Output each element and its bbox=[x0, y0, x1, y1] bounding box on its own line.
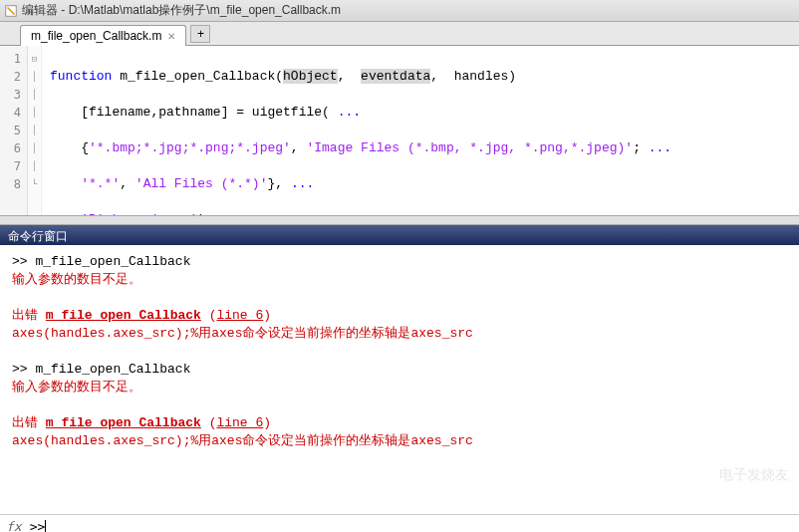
command-title-text: 命令行窗口 bbox=[8, 229, 68, 243]
line-number: 2 bbox=[0, 68, 21, 86]
line-gutter: 1 2 3 4 5 6 7 8 bbox=[0, 46, 28, 215]
error-function-link[interactable]: m_file_open_Callback bbox=[46, 308, 201, 323]
command-window-title: 命令行窗口 bbox=[0, 225, 799, 245]
prompt: >> bbox=[30, 519, 46, 532]
line-number: 3 bbox=[0, 86, 21, 104]
code-text: , bbox=[291, 140, 307, 155]
string: 'All Files (*.*)' bbox=[135, 176, 268, 191]
line-number: 4 bbox=[0, 104, 21, 122]
error-line-link[interactable]: line 6 bbox=[216, 308, 263, 323]
error-code: axes(handles.axes_src);%用axes命令设定当前操作的坐标… bbox=[12, 432, 787, 450]
window-title: 编辑器 - D:\Matlab\matlab操作例子\m_file_open_C… bbox=[22, 2, 341, 19]
string: 'Image Files (*.bmp, *.jpg, *.png,*.jpeg… bbox=[306, 140, 633, 155]
line-number: 1 bbox=[0, 50, 21, 68]
code-editor[interactable]: 1 2 3 4 5 6 7 8 ⊟ ││││││└ function m_fil… bbox=[0, 46, 799, 215]
code-text: { bbox=[50, 140, 89, 155]
prompt: >> bbox=[12, 254, 35, 269]
command-window[interactable]: >> m_file_open_Callback 输入参数的数目不足。 出错 m_… bbox=[0, 245, 799, 514]
prompt-bar[interactable]: fx >> bbox=[0, 514, 799, 532]
close-icon[interactable]: ✕ bbox=[167, 31, 175, 42]
string: '*.*' bbox=[81, 176, 120, 191]
title-bar: 编辑器 - D:\Matlab\matlab操作例子\m_file_open_C… bbox=[0, 0, 799, 22]
continuation: ... bbox=[338, 105, 361, 120]
error-text: 输入参数的数目不足。 bbox=[12, 379, 787, 397]
error-text: ) bbox=[263, 415, 271, 430]
error-text: 输入参数的数目不足。 bbox=[12, 271, 787, 289]
tab-label: m_file_open_Callback.m bbox=[31, 29, 161, 43]
code-text: [filename,pathname] = uigetfile( bbox=[50, 105, 338, 120]
error-text: ( bbox=[201, 415, 217, 430]
keyword: function bbox=[50, 69, 112, 84]
cmd-input: m_file_open_Callback bbox=[35, 362, 190, 377]
error-line-link[interactable]: line 6 bbox=[216, 415, 263, 430]
code-text: ; bbox=[633, 140, 641, 155]
cmd-input: m_file_open_Callback bbox=[35, 254, 190, 269]
tab-active[interactable]: m_file_open_Callback.m ✕ bbox=[20, 25, 186, 46]
code-arg: hObject bbox=[283, 69, 338, 84]
code-arg: eventdata bbox=[361, 69, 430, 84]
watermark: 电子发烧友 bbox=[719, 466, 789, 484]
error-text: ( bbox=[201, 308, 217, 323]
string: 'Pick an image' bbox=[81, 212, 197, 215]
error-text: ) bbox=[263, 308, 271, 323]
line-number: 5 bbox=[0, 122, 21, 139]
code-text: }, bbox=[267, 176, 290, 191]
fold-icon[interactable]: ⊟ bbox=[28, 50, 41, 68]
error-function-link[interactable]: m_file_open_Callback bbox=[46, 415, 201, 430]
continuation: ... bbox=[641, 140, 671, 155]
fx-icon[interactable]: fx bbox=[6, 519, 22, 532]
code-text bbox=[50, 176, 81, 191]
tab-bar: m_file_open_Callback.m ✕ + bbox=[0, 22, 799, 46]
error-prefix: 出错 bbox=[12, 415, 46, 430]
cursor bbox=[45, 520, 46, 533]
error-code: axes(handles.axes_src);%用axes命令设定当前操作的坐标… bbox=[12, 325, 787, 343]
string: '*.bmp;*.jpg;*.png;*.jpeg' bbox=[89, 140, 291, 155]
fold-gutter: ⊟ ││││││└ bbox=[28, 46, 42, 215]
plus-icon: + bbox=[197, 27, 204, 41]
editor-icon bbox=[4, 4, 18, 18]
continuation: ... bbox=[291, 176, 314, 191]
code-content[interactable]: function m_file_open_Callback(hObject, e… bbox=[42, 46, 679, 215]
line-number: 6 bbox=[0, 139, 21, 157]
code-text: , bbox=[120, 176, 135, 191]
code-text: ); bbox=[197, 212, 213, 215]
line-number: 8 bbox=[0, 175, 21, 193]
code-text bbox=[50, 212, 81, 215]
code-text: , handles) bbox=[430, 69, 516, 84]
error-prefix: 出错 bbox=[12, 308, 46, 323]
code-text: m_file_open_Callback( bbox=[112, 69, 283, 84]
pane-divider[interactable] bbox=[0, 215, 799, 225]
tab-add-button[interactable]: + bbox=[190, 25, 210, 43]
line-number: 7 bbox=[0, 157, 21, 175]
code-text: , bbox=[338, 69, 361, 84]
prompt: >> bbox=[12, 362, 35, 377]
